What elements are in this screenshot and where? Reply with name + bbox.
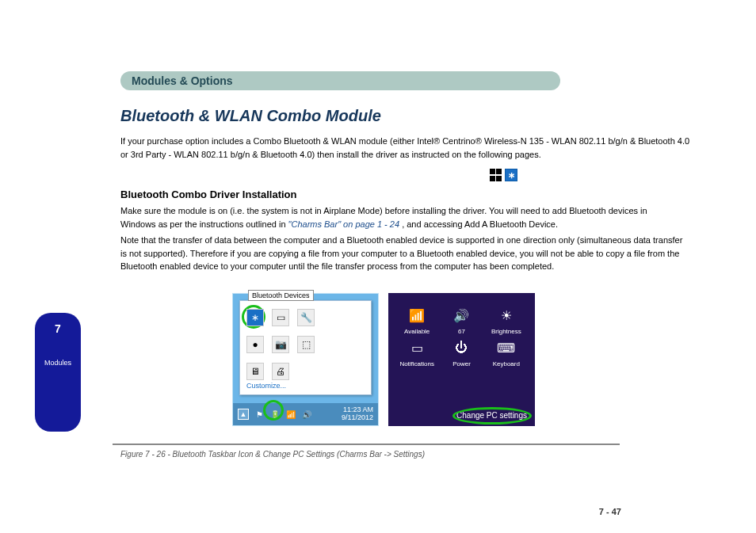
tray-icons-row-2: ● 📷 ⬚ <box>243 331 368 358</box>
clock[interactable]: 11:23 AM 9/11/2012 <box>342 406 373 422</box>
tray-icons-row-3: 🖥 🖨 <box>243 358 368 385</box>
settings-label: Available <box>404 328 430 335</box>
bluetooth-tray-icon[interactable]: ∗ <box>246 309 264 326</box>
inline-icons: ∗ <box>490 169 517 181</box>
bluetooth-tooltip: Bluetooth Devices <box>248 290 314 301</box>
bluetooth-icon: ∗ <box>505 169 517 181</box>
highlight-circle-chevron <box>263 400 284 421</box>
tray-popup: Bluetooth Devices ∗ ▭ 🔧 ● 📷 ⬚ 🖥 🖨 Custom… <box>239 300 372 395</box>
section-header: Modules & Options <box>120 71 560 90</box>
settings-label: Notifications <box>399 360 434 367</box>
generic-icon[interactable]: ● <box>246 336 264 353</box>
subheading: Bluetooth Combo Driver Installation <box>120 188 296 200</box>
paragraph-3: Note that the transfer of data between t… <box>120 234 683 273</box>
inline-link: "Charms Bar" on page 1 - 24 <box>288 219 400 229</box>
page-number: 7 - 47 <box>599 507 621 516</box>
settings-keyboard[interactable]: ⌨ Keyboard <box>486 338 527 367</box>
sidebar-tab: 7 Modules <box>35 313 81 432</box>
settings-power[interactable]: ⏻ Power <box>441 338 482 367</box>
settings-label: Power <box>452 360 471 367</box>
network-bars-icon[interactable]: 📶 <box>285 409 296 420</box>
settings-grid: 📶 Available 🔊 67 ☀ Brightness ▭ Notifica… <box>388 293 535 371</box>
volume-icon: 🔊 <box>451 306 472 325</box>
customize-link[interactable]: Customize... <box>246 382 286 390</box>
generic-icon-2[interactable]: ⬚ <box>297 336 315 353</box>
power-icon: ⏻ <box>451 338 472 357</box>
camera-icon[interactable]: 📷 <box>272 336 289 353</box>
brightness-icon: ☀ <box>496 306 517 325</box>
volume-icon[interactable]: 🔊 <box>301 409 312 420</box>
tray-icons-row: ∗ ▭ 🔧 <box>243 304 368 331</box>
paragraph-2: Make sure the module is on (i.e. the sys… <box>120 204 683 230</box>
page-title: Bluetooth & WLAN Combo Module <box>120 107 381 125</box>
settings-label: 67 <box>458 328 465 335</box>
settings-label: Brightness <box>491 328 521 335</box>
highlight-oval-settings <box>452 407 532 424</box>
intro-paragraph: If your purchase option includes a Combo… <box>120 135 691 161</box>
para2-tail: , and accessing Add A Bluetooth Device. <box>402 219 558 229</box>
taskbar: ▲ ⚑ 🔋 📶 🔊 11:23 AM 9/11/2012 <box>233 403 378 425</box>
printer-icon[interactable]: 🖨 <box>272 363 289 380</box>
display-icon[interactable]: ▭ <box>272 309 289 326</box>
screenshot-taskbar: Bluetooth Devices ∗ ▭ 🔧 ● 📷 ⬚ 🖥 🖨 Custom… <box>232 293 379 426</box>
windows-icon <box>490 169 502 181</box>
screenshot-settings: 📶 Available 🔊 67 ☀ Brightness ▭ Notifica… <box>388 293 535 426</box>
settings-notifications[interactable]: ▭ Notifications <box>396 338 437 367</box>
sidebar-label: Modules <box>44 359 71 367</box>
settings-brightness[interactable]: ☀ Brightness <box>486 306 527 335</box>
notifications-icon: ▭ <box>407 338 427 357</box>
divider <box>113 444 620 445</box>
network-icon: 📶 <box>407 306 427 325</box>
settings-network[interactable]: 📶 Available <box>396 306 437 335</box>
settings-volume[interactable]: 🔊 67 <box>441 306 482 335</box>
tool-icon[interactable]: 🔧 <box>297 309 315 326</box>
sidebar-number: 7 <box>55 322 61 335</box>
keyboard-icon: ⌨ <box>496 338 517 357</box>
figure-caption: Figure 7 - 26 - Bluetooth Taskbar Icon &… <box>120 450 425 459</box>
device-icon[interactable]: 🖥 <box>246 363 264 380</box>
show-hidden-icons[interactable]: ▲ <box>238 409 249 420</box>
clock-date: 9/11/2012 <box>342 414 373 422</box>
settings-label: Keyboard <box>493 360 520 367</box>
